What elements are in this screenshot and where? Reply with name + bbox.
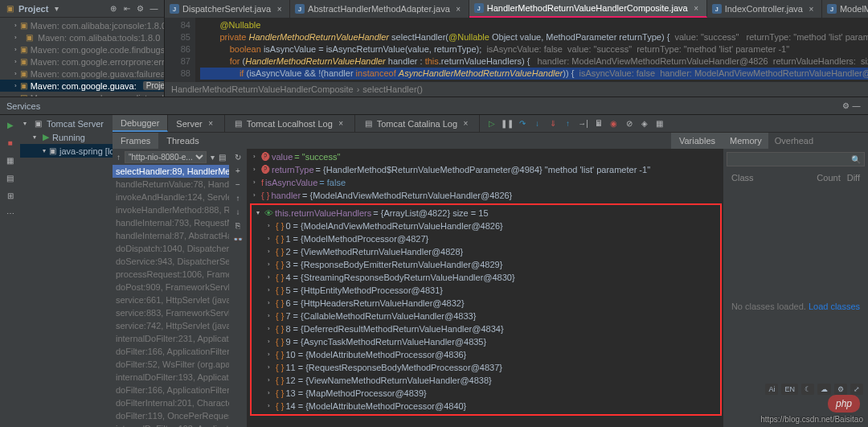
- up-icon[interactable]: ↑: [233, 193, 244, 203]
- frame-row[interactable]: service:661, HttpServlet (javax.servlet.…: [113, 294, 229, 306]
- code[interactable]: @Nullable private HandlerMethodReturnVal…: [195, 18, 868, 82]
- rerun-icon[interactable]: ▶: [5, 118, 15, 131]
- mute-bp-icon[interactable]: ⊘: [624, 118, 634, 129]
- tree-row[interactable]: ›▣Maven: com.google.errorprone:error_pro…: [0, 55, 164, 68]
- dropdown-icon[interactable]: ▾: [51, 3, 62, 14]
- service-tab[interactable]: Debugger: [113, 115, 168, 132]
- target-icon[interactable]: ⊕: [108, 3, 118, 14]
- variable-row[interactable]: › { } 10 = {ModelAttributeMethodProcesso…: [253, 348, 719, 361]
- force-step-icon[interactable]: ⇓: [547, 118, 558, 129]
- tab-frames[interactable]: Frames: [113, 133, 158, 149]
- code-area[interactable]: 8485868788899091 @Nullable private Handl…: [165, 18, 868, 82]
- frame-row[interactable]: doService:943, DispatcherServlet (org.: [113, 255, 229, 268]
- breadcrumb-class[interactable]: HandlerMethodReturnValueHandlerComposite: [171, 84, 354, 94]
- collapse-icon[interactable]: ⇤: [121, 3, 132, 14]
- close-icon[interactable]: ×: [461, 118, 471, 129]
- variable-row[interactable]: › { } 7 = {CallableMethodReturnValueHand…: [253, 310, 719, 322]
- prev-frame-icon[interactable]: ↑: [116, 152, 121, 162]
- frame-list[interactable]: selectHandler:89, HandlerMethodReturhand…: [113, 165, 229, 427]
- frame-row[interactable]: invokeAndHandle:124, ServletInvocabl: [113, 191, 229, 203]
- close-icon[interactable]: ×: [453, 4, 464, 14]
- frame-row[interactable]: internalDoFilter:193, ApplicationFilterC…: [113, 422, 229, 427]
- variable-row[interactable]: › { } 3 = {ResponseBodyEmitterReturnValu…: [253, 258, 719, 271]
- variable-row[interactable]: › { } 2 = {ViewMethodReturnValueHandler@…: [253, 245, 719, 258]
- hide-icon[interactable]: —: [851, 101, 862, 111]
- layout-icon[interactable]: ▤: [5, 171, 15, 184]
- evaluate-icon[interactable]: 🖩: [593, 118, 604, 129]
- frame-row[interactable]: doFilter:119, OncePerRequestFilter (org: [113, 409, 229, 422]
- status-badge[interactable]: Ai: [765, 384, 778, 395]
- more-icon[interactable]: ⋯: [5, 207, 15, 220]
- tab-overhead[interactable]: Overhead: [768, 133, 820, 149]
- load-classes-link[interactable]: Load classes: [809, 302, 860, 311]
- tree-row[interactable]: ›▣Maven: com.google.guava:failureaccess:…: [0, 68, 164, 80]
- editor-tab[interactable]: JHandlerMethodReturnValueHandlerComposit…: [469, 0, 707, 18]
- step-into-icon[interactable]: ↓: [532, 118, 542, 129]
- remove-icon[interactable]: −: [233, 179, 244, 190]
- tree-row[interactable]: ›▣Maven: com.alibaba:jconsole:1.8.0: [0, 19, 164, 31]
- variable-row[interactable]: › { } 11 = {RequestResponseBodyMethodPro…: [253, 361, 719, 374]
- frame-row[interactable]: handleInternal:793, RequestMappingH: [113, 216, 229, 229]
- gear-icon[interactable]: ⚙: [135, 3, 145, 14]
- resume-icon[interactable]: ▷: [486, 118, 497, 129]
- editor-tab[interactable]: JIndexController.java×: [707, 0, 822, 18]
- tab-memory[interactable]: Memory: [723, 133, 768, 149]
- service-tab[interactable]: Server×: [168, 115, 224, 132]
- frame-row[interactable]: doDispatch:1040, DispatcherServlet (o: [113, 242, 229, 255]
- close-icon[interactable]: ×: [336, 118, 346, 129]
- close-icon[interactable]: ×: [206, 118, 216, 129]
- breadcrumb-method[interactable]: selectHandler(): [362, 84, 423, 94]
- variable-row[interactable]: ▾ 👁 this.returnValueHandlers = {ArrayLis…: [253, 207, 719, 220]
- service-tree-row[interactable]: ▾▶Running: [20, 130, 113, 144]
- frame-row[interactable]: internalDoFilter:231, ApplicationFilterC: [113, 332, 229, 345]
- filter-icon[interactable]: ▦: [5, 154, 15, 166]
- status-badge[interactable]: ⚙: [834, 384, 847, 395]
- service-tree-row[interactable]: ▾▣java-spring [local]: [20, 144, 113, 158]
- service-tab[interactable]: ▤Tomcat Catalina Log×: [355, 115, 480, 132]
- services-tree[interactable]: ▾▣Tomcat Server▾▶Running▾▣java-spring [l…: [20, 115, 113, 427]
- variable-row[interactable]: › { } 5 = {HttpEntityMethodProcessor@483…: [253, 284, 719, 297]
- variable-row[interactable]: › { } handler = {ModelAndViewMethodRetur…: [250, 189, 722, 202]
- close-icon[interactable]: ×: [806, 4, 817, 14]
- service-tab[interactable]: ▤Tomcat Localhost Log×: [225, 115, 355, 132]
- glasses-icon[interactable]: 👓: [233, 234, 244, 244]
- tree-row[interactable]: ›▣Maven: com.alibaba:tools:1.8.0: [0, 31, 164, 43]
- variable-row[interactable]: › 🅟 returnType = {HandlerMethod$ReturnVa…: [250, 163, 722, 176]
- frame-row[interactable]: doFilter:166, ApplicationFilterChain (or…: [113, 384, 229, 396]
- frame-row[interactable]: selectHandler:89, HandlerMethodRetur: [113, 165, 229, 178]
- variable-tree[interactable]: › 🅟 value = "success"› 🅟 returnType = {H…: [229, 149, 723, 427]
- tree-row[interactable]: ›▣Maven: com.google.code.findbugs:jsr305…: [0, 43, 164, 55]
- editor-tab[interactable]: JAbstractHandlerMethodAdapter.java×: [290, 0, 469, 18]
- close-icon[interactable]: ×: [274, 4, 285, 14]
- variable-row[interactable]: › { } 12 = {ViewNameMethodReturnValueHan…: [253, 374, 719, 387]
- frame-row[interactable]: doFilter:52, WsFilter (org.apache.tomca: [113, 358, 229, 371]
- close-icon[interactable]: ×: [691, 3, 702, 14]
- frame-row[interactable]: internalDoFilter:193, ApplicationFilterC…: [113, 371, 229, 384]
- status-badge[interactable]: EN: [781, 384, 798, 395]
- run-to-cursor-icon[interactable]: →|: [578, 118, 588, 129]
- status-badge[interactable]: ☁: [817, 384, 831, 395]
- filter-icon[interactable]: ▤: [219, 152, 226, 162]
- frame-row[interactable]: service:742, HttpServlet (javax.servlet.…: [113, 319, 229, 332]
- status-badge[interactable]: ⤢: [850, 384, 863, 395]
- view-bp-icon[interactable]: ◈: [639, 118, 649, 129]
- frame-row[interactable]: doFilterInternal:201, CharacterEncoding: [113, 396, 229, 409]
- dropdown-icon[interactable]: ▾: [210, 152, 215, 162]
- project-tree[interactable]: ›▣Maven: com.alibaba:jconsole:1.8.0›▣Mav…: [0, 18, 164, 96]
- memory-search-input[interactable]: [727, 152, 865, 166]
- variable-row[interactable]: › 🅟 value = "success": [250, 150, 722, 163]
- editor-tab[interactable]: JModelMethodProcessor.java×: [822, 0, 868, 18]
- breadcrumb[interactable]: HandlerMethodReturnValueHandlerComposite…: [165, 82, 868, 96]
- pause-icon[interactable]: ❚❚: [502, 118, 512, 129]
- frame-row[interactable]: handleInternal:87, AbstractHandlerMethod…: [113, 229, 229, 242]
- variable-row[interactable]: › { } 14 = {ModelAttributeMethodProcesso…: [253, 400, 719, 413]
- variable-row[interactable]: › { } 13 = {MapMethodProcessor@4839}: [253, 387, 719, 400]
- tab-variables[interactable]: Variables: [671, 133, 723, 149]
- frame-row[interactable]: doFilter:166, ApplicationFilterChain (or: [113, 345, 229, 358]
- frame-row[interactable]: invokeHandlerMethod:888, RequestMa: [113, 203, 229, 216]
- restart-icon[interactable]: ↻: [233, 152, 244, 162]
- frame-row[interactable]: processRequest:1006, FrameworkServl: [113, 268, 229, 281]
- variable-row[interactable]: › f isAsyncValue = false: [250, 176, 722, 189]
- variable-row[interactable]: › { } 1 = {ModelMethodProcessor@4827}: [253, 232, 719, 245]
- variable-row[interactable]: › { } 0 = {ModelAndViewMethodReturnValue…: [253, 220, 719, 232]
